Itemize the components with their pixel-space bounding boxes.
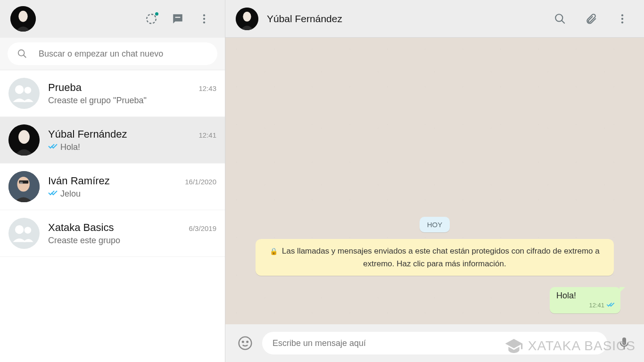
conversation-menu-icon[interactable] [611, 8, 634, 30]
chat-time: 12:41 [198, 131, 216, 139]
svg-point-10 [25, 87, 32, 94]
menu-icon[interactable] [193, 8, 215, 30]
sidebar-header [0, 0, 225, 38]
search-box[interactable] [8, 42, 217, 65]
lock-icon: 🔒 [270, 247, 278, 255]
chat-item[interactable]: Yúbal Fernández 12:41 Hola! [0, 117, 225, 164]
date-divider: HOY [420, 217, 450, 232]
svg-point-24 [621, 17, 623, 19]
composer [225, 324, 644, 362]
conversation-panel: Yúbal Fernández HOY 🔒 Las llamadas y men… [225, 0, 644, 362]
new-chat-icon[interactable] [166, 8, 189, 30]
svg-point-6 [203, 21, 205, 23]
messages-area[interactable]: HOY 🔒 Las llamadas y mensajes enviados a… [225, 38, 644, 324]
svg-line-22 [561, 20, 565, 24]
svg-point-12 [18, 130, 30, 144]
mic-icon[interactable] [615, 334, 634, 353]
svg-point-7 [18, 50, 25, 56]
svg-point-26 [239, 337, 252, 350]
chat-item[interactable]: Prueba 12:43 Creaste el grupo "Prueba" [0, 70, 225, 117]
message-time: 12:41 [589, 302, 604, 309]
chat-time: 6/3/2019 [189, 224, 216, 232]
chat-preview: Hola! [60, 142, 80, 152]
search-input[interactable] [39, 49, 208, 59]
svg-rect-3 [175, 17, 181, 18]
svg-point-2 [147, 14, 156, 24]
svg-point-18 [25, 227, 32, 234]
sidebar: Prueba 12:43 Creaste el grupo "Prueba" Y… [0, 0, 225, 362]
svg-rect-29 [622, 337, 626, 345]
conversation-title: Yúbal Fernández [267, 13, 540, 25]
chat-name: Iván Ramírez [48, 175, 110, 187]
message-text: Hola! [556, 291, 615, 301]
message-outgoing[interactable]: Hola! 12:41 [550, 287, 620, 313]
chat-item[interactable]: Iván Ramírez 16/1/2020 Jelou [0, 164, 225, 210]
attach-icon[interactable] [580, 8, 603, 30]
read-receipt-icon [48, 143, 58, 151]
svg-point-9 [15, 85, 24, 94]
chat-preview: Creaste este grupo [48, 236, 120, 246]
svg-line-8 [24, 55, 26, 58]
emoji-icon[interactable] [236, 334, 255, 353]
read-receipt-icon [606, 302, 615, 309]
svg-rect-16 [20, 181, 23, 184]
encryption-text: Las llamadas y mensajes enviados a este … [282, 247, 600, 268]
chat-time: 16/1/2020 [185, 178, 216, 186]
svg-point-17 [15, 225, 24, 234]
svg-point-5 [203, 18, 205, 20]
my-avatar[interactable] [10, 6, 36, 32]
search-bar [0, 38, 225, 70]
svg-point-25 [621, 21, 623, 23]
chat-name: Prueba [48, 82, 82, 94]
chat-name: Xataka Basics [48, 222, 114, 234]
avatar [8, 171, 40, 202]
svg-point-23 [621, 14, 623, 16]
search-in-chat-icon[interactable] [549, 8, 571, 30]
chat-name: Yúbal Fernández [48, 128, 127, 140]
svg-point-21 [555, 14, 562, 21]
chat-time: 12:43 [198, 84, 216, 92]
message-row: Hola! 12:41 [550, 287, 620, 313]
chat-preview: Creaste el grupo "Prueba" [48, 96, 147, 106]
svg-point-20 [243, 11, 251, 21]
svg-point-27 [242, 341, 244, 343]
svg-point-4 [203, 14, 205, 16]
encryption-notice[interactable]: 🔒 Las llamadas y mensajes enviados a est… [256, 239, 614, 276]
read-receipt-icon [48, 189, 58, 198]
status-icon[interactable] [140, 8, 163, 30]
search-icon [17, 49, 27, 59]
chat-list: Prueba 12:43 Creaste el grupo "Prueba" Y… [0, 70, 225, 362]
chat-item[interactable]: Xataka Basics 6/3/2019 Creaste este grup… [0, 210, 225, 257]
contact-avatar[interactable] [236, 8, 258, 30]
message-input[interactable] [262, 332, 607, 354]
svg-point-28 [247, 341, 248, 343]
avatar [8, 124, 40, 156]
chat-preview: Jelou [60, 189, 81, 199]
svg-point-14 [17, 177, 29, 192]
conversation-header[interactable]: Yúbal Fernández [225, 0, 644, 38]
group-avatar-icon [8, 218, 40, 249]
svg-point-1 [18, 11, 27, 22]
group-avatar-icon [8, 78, 40, 109]
